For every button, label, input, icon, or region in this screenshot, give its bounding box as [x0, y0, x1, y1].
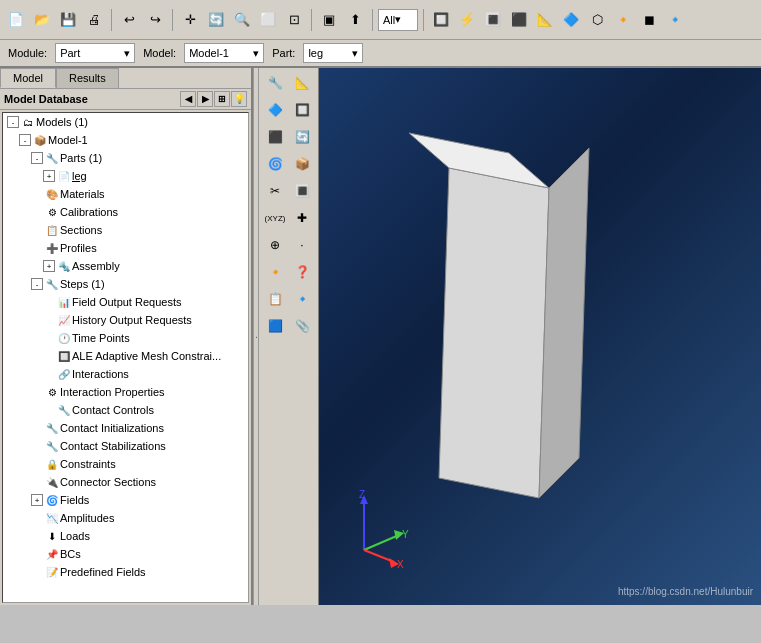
tree-item-sections[interactable]: 📋 Sections	[3, 221, 248, 239]
tab-model[interactable]: Model	[0, 68, 56, 88]
side-btn-surface[interactable]: 🔹	[289, 286, 315, 312]
icon-models: 🗂	[20, 114, 36, 130]
side-btn-point[interactable]: ·	[289, 232, 315, 258]
tree-item-models[interactable]: - 🗂 Models (1)	[3, 113, 248, 131]
undo-btn[interactable]: ↩	[117, 8, 141, 32]
model-select[interactable]: Model-1 ▾	[184, 43, 264, 63]
tree-item-bcs[interactable]: 📌 BCs	[3, 545, 248, 563]
side-btn-shell[interactable]: 🔳	[289, 178, 315, 204]
tree-btn3[interactable]: ⊞	[214, 91, 230, 107]
side-btn-skin[interactable]: 🟦	[262, 313, 288, 339]
tb10[interactable]: 🔹	[663, 8, 687, 32]
expander-assembly[interactable]: +	[43, 260, 55, 272]
label-ale: ALE Adaptive Mesh Constrai...	[72, 350, 248, 362]
side-btn-cut[interactable]: ✂	[262, 178, 288, 204]
tb1[interactable]: 🔲	[429, 8, 453, 32]
expander-leg[interactable]: +	[43, 170, 55, 182]
tb4[interactable]: ⬛	[507, 8, 531, 32]
expander-steps[interactable]: -	[31, 278, 43, 290]
view2-btn[interactable]: ⬆	[343, 8, 367, 32]
expander-models[interactable]: -	[7, 116, 19, 128]
tree-item-interactions[interactable]: 🔗 Interactions	[3, 365, 248, 383]
tree-btn4[interactable]: 💡	[231, 91, 247, 107]
label-materials: Materials	[60, 188, 248, 200]
tree-btn1[interactable]: ◀	[180, 91, 196, 107]
tree-item-interaction-props[interactable]: ⚙ Interaction Properties	[3, 383, 248, 401]
tb5[interactable]: 📐	[533, 8, 557, 32]
side-btn-revolve[interactable]: 🔄	[289, 124, 315, 150]
side-btn-3d[interactable]: 🔷	[262, 97, 288, 123]
side-row-8: 🔸 ❓	[262, 259, 315, 285]
zoom-btn[interactable]: 🔍	[230, 8, 254, 32]
expander-fields[interactable]: +	[31, 494, 43, 506]
z-axis-label: Z	[359, 490, 365, 500]
tree-item-amplitudes[interactable]: 📉 Amplitudes	[3, 509, 248, 527]
zoom-box-btn[interactable]: ⬜	[256, 8, 280, 32]
redo-btn[interactable]: ↪	[143, 8, 167, 32]
tree-item-predefined[interactable]: 📝 Predefined Fields	[3, 563, 248, 581]
tree-item-leg[interactable]: + 📄 leg	[3, 167, 248, 185]
tree-item-contact-controls[interactable]: 🔧 Contact Controls	[3, 401, 248, 419]
tree-item-steps[interactable]: - 🔧 Steps (1)	[3, 275, 248, 293]
side-btn-datum[interactable]: ⊕	[262, 232, 288, 258]
tree-btn2[interactable]: ▶	[197, 91, 213, 107]
fit-btn[interactable]: ⊡	[282, 8, 306, 32]
model-arrow: ▾	[253, 47, 259, 60]
view1-btn[interactable]: ▣	[317, 8, 341, 32]
side-btn-extrude[interactable]: ⬛	[262, 124, 288, 150]
tb8[interactable]: 🔸	[611, 8, 635, 32]
tree-item-field-output[interactable]: 📊 Field Output Requests	[3, 293, 248, 311]
model-tree[interactable]: - 🗂 Models (1) - 📦 Model-1 - 🔧 Parts (1)…	[2, 112, 249, 603]
canvas-3d[interactable]: Z Y X https://blog.csdn.net/Hulunbuir	[319, 68, 761, 605]
side-btn-partition[interactable]: 🔸	[262, 259, 288, 285]
tree-item-assembly[interactable]: + 🔩 Assembly	[3, 257, 248, 275]
tree-item-parts[interactable]: - 🔧 Parts (1)	[3, 149, 248, 167]
side-row-5: ✂ 🔳	[262, 178, 315, 204]
side-btn-axis[interactable]: ✚	[289, 205, 315, 231]
side-btn-string[interactable]: 📎	[289, 313, 315, 339]
side-btn-sweep[interactable]: 🌀	[262, 151, 288, 177]
module-select[interactable]: Part ▾	[55, 43, 135, 63]
tb6[interactable]: 🔷	[559, 8, 583, 32]
icon-field-output: 📊	[56, 294, 72, 310]
tree-item-loads[interactable]: ⬇ Loads	[3, 527, 248, 545]
box-front-face	[439, 168, 549, 498]
tree-item-history-output[interactable]: 📈 History Output Requests	[3, 311, 248, 329]
all-dropdown[interactable]: All ▾	[378, 9, 418, 31]
print-btn[interactable]: 🖨	[82, 8, 106, 32]
label-assembly: Assembly	[72, 260, 248, 272]
tb7[interactable]: ⬡	[585, 8, 609, 32]
tree-item-constraints[interactable]: 🔒 Constraints	[3, 455, 248, 473]
part-select[interactable]: leg ▾	[303, 43, 363, 63]
side-btn-loft[interactable]: 📦	[289, 151, 315, 177]
tree-item-contact-init[interactable]: 🔧 Contact Initializations	[3, 419, 248, 437]
tree-item-time-points[interactable]: 🕐 Time Points	[3, 329, 248, 347]
tree-item-contact-stab[interactable]: 🔧 Contact Stabilizations	[3, 437, 248, 455]
tree-item-model1[interactable]: - 📦 Model-1	[3, 131, 248, 149]
tree-item-profiles[interactable]: ➕ Profiles	[3, 239, 248, 257]
tree-item-ale[interactable]: 🔲 ALE Adaptive Mesh Constrai...	[3, 347, 248, 365]
new-btn[interactable]: 📄	[4, 8, 28, 32]
tree-item-materials[interactable]: 🎨 Materials	[3, 185, 248, 203]
open-btn[interactable]: 📂	[30, 8, 54, 32]
side-btn-mesh[interactable]: 🔲	[289, 97, 315, 123]
rotate-btn[interactable]: 🔄	[204, 8, 228, 32]
label-steps: Steps (1)	[60, 278, 248, 290]
move-btn[interactable]: ✛	[178, 8, 202, 32]
tree-item-fields[interactable]: + 🌀 Fields	[3, 491, 248, 509]
expander-parts[interactable]: -	[31, 152, 43, 164]
tree-item-calibrations[interactable]: ⚙ Calibrations	[3, 203, 248, 221]
tree-item-connector-sections[interactable]: 🔌 Connector Sections	[3, 473, 248, 491]
side-btn-part[interactable]: 🔧	[262, 70, 288, 96]
save-btn[interactable]: 💾	[56, 8, 80, 32]
side-btn-query[interactable]: ❓	[289, 259, 315, 285]
tb3[interactable]: 🔳	[481, 8, 505, 32]
tb2[interactable]: ⚡	[455, 8, 479, 32]
tb9[interactable]: ◼	[637, 8, 661, 32]
side-btn-sketch[interactable]: 📐	[289, 70, 315, 96]
sep4	[372, 9, 373, 31]
expander-model1[interactable]: -	[19, 134, 31, 146]
side-btn-xyz[interactable]: (XYZ)	[262, 205, 288, 231]
tab-results[interactable]: Results	[56, 68, 119, 88]
side-btn-set[interactable]: 📋	[262, 286, 288, 312]
